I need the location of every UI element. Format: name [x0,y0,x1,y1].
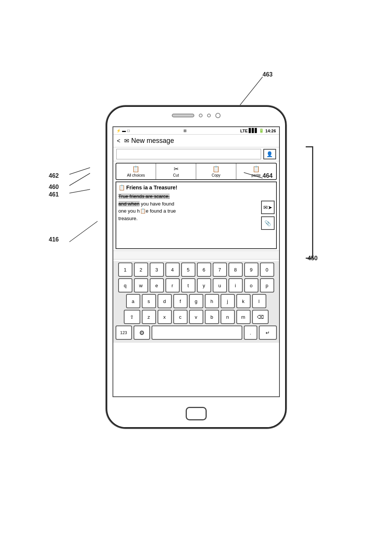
key-enter[interactable]: ↵ [259,326,277,340]
phone-top-bar [172,113,221,118]
key-m[interactable]: m [236,310,251,324]
cursor-icon-body: 📋 [140,208,146,214]
keyboard-row-qwerty: q w e r t y u i o p [116,278,277,292]
paste-icon: 📋 [252,165,260,172]
key-p[interactable]: p [260,278,274,292]
cut-label: Cut [173,173,179,177]
send-icon: ✉➤ [263,204,272,210]
keyboard-row-numbers: 1 2 3 4 5 6 7 8 9 0 [116,262,277,277]
to-field-input[interactable] [116,149,261,159]
phone-dot1 [199,114,203,117]
phone-shell: ⚡ ▬ □ ⊞ LTE ▋▋▋ 🔋 14:26 < ✉ New messag [106,106,286,428]
svg-line-5 [69,221,98,242]
compose-body: True friends are scarce,and when you hav… [119,193,274,222]
status-center: ⊞ [183,129,186,133]
key-r[interactable]: r [165,278,180,292]
key-l[interactable]: l [252,294,266,308]
key-6[interactable]: 6 [197,262,211,277]
keyboard-row-bottom: 123 ⚙ . ↵ [116,326,277,340]
annotation-416: 416 [49,236,59,243]
key-1[interactable]: 1 [118,262,132,277]
key-2[interactable]: 2 [134,262,148,277]
key-q[interactable]: q [118,278,132,292]
context-menu-bar: 📋 All choices ✂ Cut 📋 Copy 📋 paste [116,163,277,180]
svg-line-4 [69,168,90,174]
annotation-462: 462 [49,172,59,179]
key-u[interactable]: u [213,278,227,292]
battery-small-icon: ▬ [122,129,126,133]
key-j[interactable]: j [221,294,235,308]
home-button[interactable] [186,407,207,420]
message-icon: ✉ [124,137,129,144]
key-b[interactable]: b [205,310,219,324]
copy-button[interactable]: 📋 Copy [196,164,236,179]
key-c[interactable]: c [173,310,188,324]
cut-button[interactable]: ✂ Cut [156,164,196,179]
key-8[interactable]: 8 [228,262,243,277]
compose-actions: ✉➤ 📎 [261,201,275,230]
key-v[interactable]: v [189,310,203,324]
all-choices-icon: 📋 [132,165,140,172]
annotation-464: 464 [263,172,273,179]
header-title: New message [131,137,174,145]
copy-label: Copy [212,173,220,177]
key-h[interactable]: h [205,294,219,308]
key-a[interactable]: a [126,294,140,308]
key-k[interactable]: k [236,294,251,308]
key-space[interactable] [152,326,242,340]
key-i[interactable]: i [228,278,243,292]
key-w[interactable]: w [134,278,148,292]
key-9[interactable]: 9 [244,262,258,277]
key-o[interactable]: o [244,278,258,292]
key-backspace[interactable]: ⌫ [252,310,269,324]
keyboard: 1 2 3 4 5 6 7 8 9 0 q w e r t [113,261,279,343]
key-3[interactable]: 3 [150,262,164,277]
key-period[interactable]: . [244,326,257,340]
contact-icon: 👤 [266,151,273,157]
file-icon: □ [128,129,130,133]
lte-label: LTE [240,129,248,133]
key-shift[interactable]: ⇧ [124,310,140,324]
all-choices-label: All choices [127,173,145,177]
cut-icon: ✂ [174,165,179,172]
back-button[interactable]: < [117,138,120,144]
key-d[interactable]: d [158,294,172,308]
status-bar: ⚡ ▬ □ ⊞ LTE ▋▋▋ 🔋 14:26 [113,127,279,135]
svg-line-2 [69,173,90,186]
phone-camera [215,113,221,118]
app-header: < ✉ New message [113,135,279,147]
contact-picker-button[interactable]: 👤 [263,149,276,159]
key-g[interactable]: g [189,294,203,308]
key-e[interactable]: e [150,278,164,292]
key-5[interactable]: 5 [181,262,195,277]
keyboard-row-zxcv: ⇧ z x c v b n m ⌫ [116,310,277,324]
key-y[interactable]: y [197,278,211,292]
annotation-463: 463 [263,71,273,78]
status-right: LTE ▋▋▋ 🔋 14:26 [240,128,276,133]
suggestion-bar [113,250,279,260]
usb-icon: ⚡ [116,129,121,133]
copy-icon: 📋 [212,165,220,172]
key-0[interactable]: 0 [260,262,274,277]
traffic-icon: ⊞ [183,129,186,133]
key-7[interactable]: 7 [213,262,227,277]
compose-area[interactable]: 📋 Friens ia a Treasure! True friends are… [116,182,277,249]
status-left: ⚡ ▬ □ [116,129,130,133]
key-123[interactable]: 123 [116,326,132,340]
key-t[interactable]: t [181,278,195,292]
key-x[interactable]: x [158,310,172,324]
svg-line-0 [240,77,263,105]
bracket-450 [306,146,313,259]
attach-button[interactable]: 📎 [261,216,275,230]
all-choices-button[interactable]: 📋 All choices [116,164,156,179]
key-s[interactable]: s [142,294,156,308]
to-field-row: 👤 [113,147,279,161]
key-f[interactable]: f [173,294,188,308]
page-wrapper: ⚡ ▬ □ ⊞ LTE ▋▋▋ 🔋 14:26 < ✉ New messag [0,0,392,534]
key-z[interactable]: z [142,310,156,324]
key-n[interactable]: n [221,310,235,324]
key-settings[interactable]: ⚙ [134,326,150,340]
key-4[interactable]: 4 [165,262,180,277]
send-button[interactable]: ✉➤ [261,201,275,214]
phone-screen: ⚡ ▬ □ ⊞ LTE ▋▋▋ 🔋 14:26 < ✉ New messag [113,126,280,397]
